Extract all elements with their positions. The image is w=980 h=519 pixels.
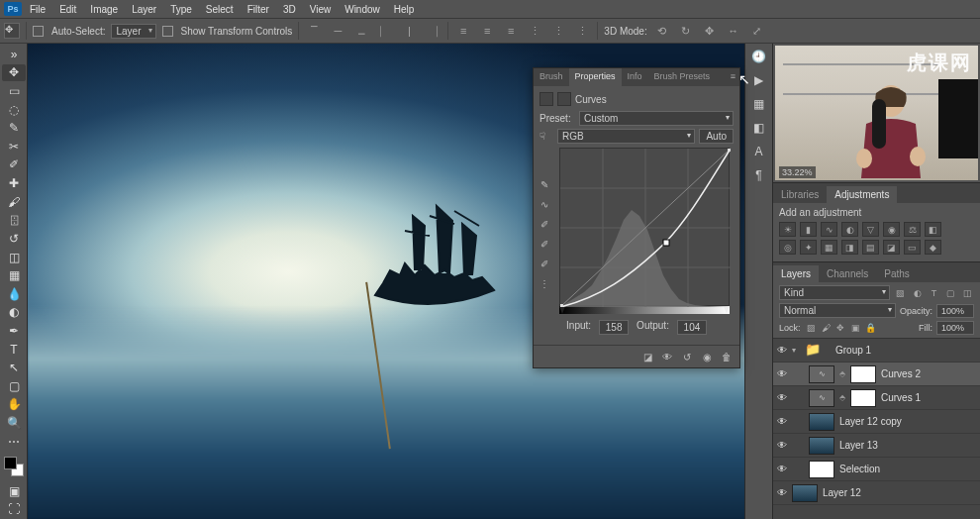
filter-shape-icon[interactable]: ▢ — [944, 286, 957, 299]
distribute-top-icon[interactable]: ≡ — [454, 23, 472, 39]
menu-layer[interactable]: Layer — [126, 2, 162, 17]
layer-thumb[interactable] — [809, 461, 834, 478]
opacity-input[interactable]: 100% — [936, 304, 974, 318]
toggle-visibility-icon[interactable]: ◉ — [700, 350, 714, 363]
layer-name[interactable]: Curves 2 — [881, 368, 921, 379]
layer-name[interactable]: Group 1 — [835, 345, 871, 356]
swatches-panel-icon[interactable]: ▦ — [750, 95, 768, 113]
type-tool[interactable]: T — [2, 341, 26, 359]
marquee-tool[interactable]: ▭ — [2, 82, 26, 100]
3d-scale-icon[interactable]: ⤢ — [748, 23, 766, 39]
visibility-icon[interactable]: 👁 — [775, 416, 789, 427]
input-value[interactable]: 158 — [599, 320, 629, 335]
preset-dropdown[interactable]: Custom — [579, 111, 734, 126]
color-swatches[interactable] — [4, 457, 24, 476]
crop-tool[interactable]: ✂ — [2, 138, 26, 156]
menu-image[interactable]: Image — [84, 2, 124, 17]
show-transform-checkbox[interactable] — [162, 26, 173, 37]
distribute-hcenter-icon[interactable]: ⋮ — [549, 23, 567, 39]
tab-channels[interactable]: Channels — [819, 265, 876, 282]
menu-filter[interactable]: Filter — [242, 2, 275, 17]
link-icon[interactable]: ⬘ — [839, 393, 845, 402]
tab-layers[interactable]: Layers — [773, 265, 819, 282]
tab-brush[interactable]: Brush — [534, 68, 569, 86]
color-panel-icon[interactable]: ◧ — [750, 119, 768, 137]
path-tool[interactable]: ↖ — [2, 359, 26, 376]
tab-brush-presets[interactable]: Brush Presets — [648, 68, 717, 86]
tab-libraries[interactable]: Libraries — [773, 186, 827, 203]
align-vcenter-icon[interactable]: ─ — [329, 23, 346, 39]
exposure-icon[interactable]: ◐ — [841, 222, 858, 237]
visibility-icon[interactable]: 👁 — [775, 345, 789, 356]
menu-file[interactable]: File — [24, 2, 51, 17]
output-value[interactable]: 104 — [677, 320, 707, 335]
visibility-icon[interactable]: 👁 — [775, 392, 789, 403]
colorbalance-icon[interactable]: ⚖ — [904, 222, 921, 237]
dodge-tool[interactable]: ◐ — [2, 304, 26, 322]
blend-mode-dropdown[interactable]: Normal — [779, 303, 896, 318]
visibility-icon[interactable]: 👁 — [775, 368, 789, 379]
layer-row[interactable]: 👁 ▾ 📁 Group 1 — [773, 339, 980, 363]
reset-icon[interactable]: ↺ — [680, 350, 694, 363]
photofilter-icon[interactable]: ◎ — [779, 240, 796, 255]
layer-name[interactable]: Curves 1 — [881, 392, 921, 403]
menu-view[interactable]: View — [304, 2, 338, 17]
visibility-icon[interactable]: 👁 — [775, 487, 789, 498]
layer-name[interactable]: Layer 13 — [839, 440, 878, 451]
twirl-icon[interactable]: ▾ — [792, 346, 802, 355]
layer-thumb[interactable] — [792, 484, 818, 502]
3d-roll-icon[interactable]: ↻ — [677, 23, 695, 39]
shape-tool[interactable]: ▢ — [2, 377, 26, 395]
threshold-icon[interactable]: ◪ — [883, 240, 900, 255]
tab-properties[interactable]: Properties — [569, 68, 622, 86]
layer-row[interactable]: 👁 Layer 12 copy — [773, 410, 980, 434]
point-curve-icon[interactable]: ∿ — [538, 197, 551, 211]
view-previous-icon[interactable]: 👁 — [660, 350, 674, 363]
lock-position-icon[interactable]: ✥ — [834, 322, 847, 335]
selectivecolor-icon[interactable]: ◆ — [925, 240, 941, 255]
mask-icon[interactable] — [557, 92, 571, 106]
menu-select[interactable]: Select — [200, 2, 240, 17]
3d-slide-icon[interactable]: ↔ — [725, 23, 742, 39]
hue-icon[interactable]: ◉ — [883, 222, 900, 237]
layer-name[interactable]: Selection — [839, 464, 880, 474]
stamp-tool[interactable]: ⌹ — [2, 211, 26, 229]
properties-panel[interactable]: Brush Properties Info Brush Presets ≡ Cu… — [533, 67, 740, 368]
align-left-icon[interactable]: ⎸ — [376, 23, 394, 39]
healing-tool[interactable]: ✚ — [2, 174, 26, 192]
quick-select-tool[interactable]: ✎ — [2, 119, 26, 137]
menu-type[interactable]: Type — [164, 2, 198, 17]
mask-thumb[interactable] — [850, 389, 876, 407]
eyedrop-gray-icon[interactable]: ✐ — [538, 237, 551, 251]
visibility-icon[interactable]: 👁 — [775, 440, 789, 451]
handle-icon[interactable]: » — [2, 46, 26, 63]
gradient-tool[interactable]: ▦ — [2, 266, 26, 284]
tab-info[interactable]: Info — [622, 68, 648, 86]
fill-input[interactable]: 100% — [936, 321, 974, 335]
menu-3d[interactable]: 3D — [277, 2, 302, 17]
delete-icon[interactable]: 🗑 — [720, 350, 734, 363]
bw-icon[interactable]: ◧ — [925, 222, 941, 237]
mask-thumb[interactable] — [850, 365, 876, 383]
zoom-level[interactable]: 33.22% — [779, 166, 816, 178]
lock-transparent-icon[interactable]: ▨ — [805, 322, 818, 335]
invert-icon[interactable]: ◨ — [841, 240, 858, 255]
filter-type-icon[interactable]: T — [928, 286, 940, 299]
lock-image-icon[interactable]: 🖌 — [820, 322, 833, 335]
pen-tool[interactable]: ✒ — [2, 322, 26, 340]
brightness-icon[interactable]: ☀ — [779, 222, 796, 237]
distribute-left-icon[interactable]: ⋮ — [526, 23, 543, 39]
auto-select-target-dropdown[interactable]: Layer — [111, 24, 155, 39]
targeted-adjust-icon[interactable]: ☟ — [539, 131, 553, 142]
channel-dropdown[interactable]: RGB — [557, 129, 695, 144]
clip-to-layer-icon[interactable]: ◪ — [640, 350, 654, 363]
layer-row[interactable]: 👁 Selection — [773, 458, 980, 481]
character-panel-icon[interactable]: A — [750, 143, 768, 160]
auto-select-checkbox[interactable] — [33, 26, 44, 37]
distribute-right-icon[interactable]: ⋮ — [573, 23, 591, 39]
filter-pixel-icon[interactable]: ▧ — [894, 286, 907, 299]
levels-icon[interactable]: ▮ — [800, 222, 817, 237]
layer-row[interactable]: 👁 ∿ ⬘ Curves 2 — [773, 363, 980, 386]
tab-adjustments[interactable]: Adjustments — [827, 186, 897, 203]
paragraph-panel-icon[interactable]: ¶ — [750, 166, 768, 184]
